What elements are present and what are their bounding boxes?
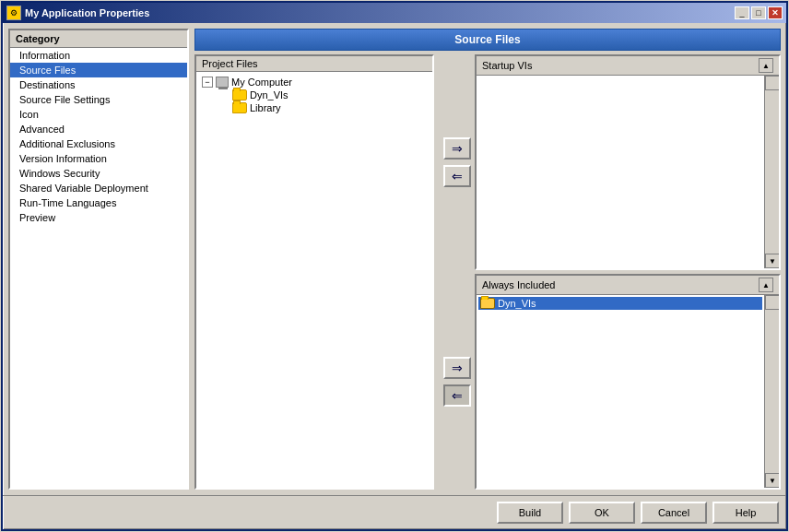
always-included-header: Always Included ▲ [477,276,779,295]
always-included-list[interactable]: Dyn_VIs [477,295,764,488]
ok-button[interactable]: OK [569,502,635,524]
move-left-bottom-button[interactable]: ⇐ [443,384,471,407]
startup-vis-label: Startup VIs [482,60,532,71]
bottom-bar: Build OK Cancel Help [3,495,786,529]
sidebar-item-destinations[interactable]: Destinations [10,77,187,92]
always-included-body: Dyn_VIs ▼ [477,295,779,488]
help-button[interactable]: Help [712,502,779,524]
sidebar-item-windows-security[interactable]: Windows Security [10,166,187,181]
startup-vis-header: Startup VIs ▲ [477,56,779,76]
always-included-scroll-up[interactable]: ▲ [759,278,773,292]
move-left-top-button[interactable]: ⇐ [443,165,471,187]
tree-label-library: Library [250,102,281,113]
category-panel: Category Information Source Files Destin… [8,29,189,490]
tree-item-library[interactable]: Library [200,101,429,114]
sidebar-item-version-information[interactable]: Version Information [10,151,187,166]
panel-header: Source Files [194,29,781,51]
tree-expand-my-computer[interactable]: − [202,77,213,88]
project-files-panel: Project Files − My Computer Dyn_VIs [194,54,434,490]
title-bar-buttons: _ □ ✕ [735,6,783,19]
always-included-scroll-body [765,310,779,473]
startup-vis-panel: Startup VIs ▲ ▼ [475,54,781,270]
sidebar-item-source-file-settings[interactable]: Source File Settings [10,92,187,107]
top-arrows: ⇒ ⇐ [440,54,475,270]
tree-item-dyn-vis[interactable]: Dyn_VIs [200,89,429,101]
window-title: My Application Properties [25,7,731,18]
sidebar-item-advanced[interactable]: Advanced [10,122,187,136]
always-included-scrollbar[interactable]: ▼ [764,295,779,488]
maximize-button[interactable]: □ [751,6,766,19]
always-included-panels: Always Included ▲ Dyn_VIs [475,274,781,490]
startup-vis-list[interactable] [477,76,764,268]
always-included-label: Always Included [482,279,556,290]
always-included-scroll-track-top[interactable] [765,295,779,310]
tree-label-my-computer: My Computer [231,77,292,88]
cancel-button[interactable]: Cancel [641,502,707,524]
main-content: Category Information Source Files Destin… [3,23,786,495]
startup-scrollbar[interactable]: ▼ [764,76,779,268]
startup-scroll-up[interactable]: ▲ [759,58,773,73]
minimize-button[interactable]: _ [735,6,749,19]
move-right-bottom-button[interactable]: ⇒ [443,357,471,379]
startup-scroll-track-body [765,90,779,254]
title-bar: ⚙ My Application Properties _ □ ✕ [3,3,786,23]
sidebar-item-additional-exclusions[interactable]: Additional Exclusions [10,136,187,151]
right-panel-body: Project Files − My Computer Dyn_VIs [194,54,781,490]
close-button[interactable]: ✕ [768,6,783,19]
project-files-label: Project Files [196,56,432,72]
startup-vis-body: ▼ [477,76,779,268]
move-right-top-button[interactable]: ⇒ [443,137,471,160]
tree-label-dyn-vis: Dyn_VIs [250,89,289,100]
startup-scroll-track[interactable] [765,76,779,90]
right-panel: Source Files Project Files − My Computer [194,29,781,490]
project-files-tree[interactable]: − My Computer Dyn_VIs [196,72,432,488]
sidebar-item-icon[interactable]: Icon [10,107,187,122]
folder-icon-library [232,102,247,113]
vi-panels: Startup VIs ▲ ▼ [475,54,781,270]
folder-icon-always-included [480,298,495,309]
sidebar-item-run-time-languages[interactable]: Run-Time Languages [10,195,187,210]
tree-item-my-computer[interactable]: − My Computer [200,76,429,89]
computer-icon [216,77,229,88]
sidebar-item-source-files[interactable]: Source Files [10,63,187,77]
folder-icon-dyn-vis [232,89,247,100]
always-included-panel: Always Included ▲ Dyn_VIs [475,274,781,490]
build-button[interactable]: Build [497,502,563,524]
always-included-label-dyn-vis: Dyn_VIs [498,298,536,309]
window-icon: ⚙ [6,6,21,20]
sidebar-item-information[interactable]: Information [10,48,187,63]
sidebar-item-shared-variable-deployment[interactable]: Shared Variable Deployment [10,181,187,195]
startup-scroll-down[interactable]: ▼ [765,254,779,268]
startup-vis-inner: Startup VIs ▲ ▼ [475,54,781,270]
bottom-arrows: ⇒ ⇐ [440,274,475,490]
always-included-inner: Always Included ▲ Dyn_VIs [475,274,781,490]
main-window: ⚙ My Application Properties _ □ ✕ Catego… [1,1,788,531]
sidebar-item-preview[interactable]: Preview [10,210,187,225]
always-included-item-dyn-vis[interactable]: Dyn_VIs [478,297,762,310]
category-header: Category [10,30,187,48]
always-included-scroll-down[interactable]: ▼ [765,473,779,488]
